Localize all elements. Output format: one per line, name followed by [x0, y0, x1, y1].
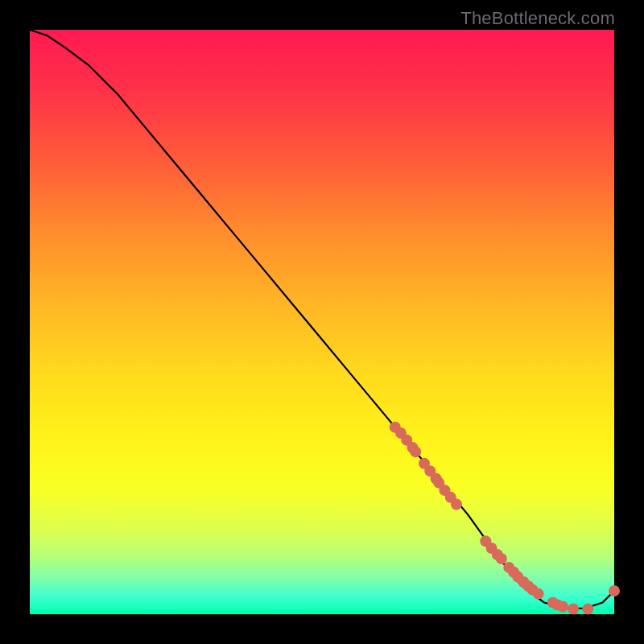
data-point	[451, 499, 462, 510]
data-point	[609, 585, 620, 597]
data-point	[533, 588, 544, 600]
data-point	[410, 446, 421, 457]
data-point	[568, 603, 579, 614]
marker-group	[390, 422, 620, 615]
data-point	[557, 601, 568, 613]
data-point	[582, 603, 593, 614]
chart-container: TheBottleneck.com	[0, 0, 644, 644]
chart-svg	[30, 30, 614, 614]
watermark-text: TheBottleneck.com	[460, 8, 615, 29]
data-point	[496, 553, 507, 564]
curve-line	[30, 30, 614, 609]
